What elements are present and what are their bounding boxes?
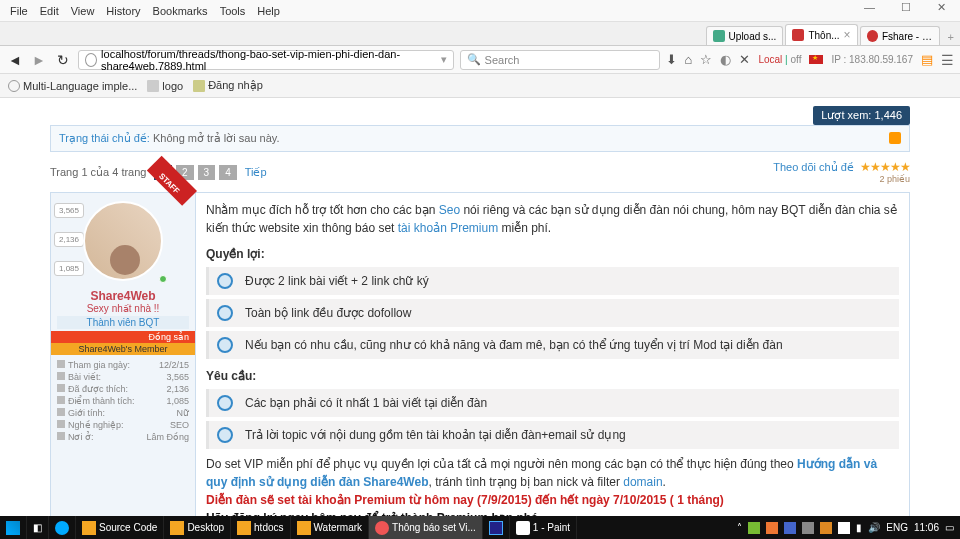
search-icon: 🔍 (467, 53, 481, 66)
task-watermark[interactable]: Watermark (291, 516, 370, 539)
flag-vn-icon (809, 55, 823, 64)
post-body: Nhằm mục đích hỗ trợ tốt hơn cho các bạn… (196, 193, 909, 516)
tab-close-icon[interactable]: × (844, 28, 851, 42)
page-next[interactable]: Tiếp (245, 166, 267, 179)
page-content: Lượt xem: 1,446 Trạng thái chủ đề: Không… (0, 98, 960, 516)
dropdown-icon[interactable]: ▾ (441, 53, 447, 66)
task-desktop[interactable]: Desktop (164, 516, 231, 539)
address-bar[interactable]: localhost/forum/threads/thong-bao-set-vi… (78, 50, 454, 70)
tray-chevron-icon[interactable]: ˄ (737, 522, 742, 533)
seo-link[interactable]: Seo (439, 203, 460, 217)
edge-button[interactable] (49, 516, 76, 539)
language-indicator[interactable]: ENG (886, 522, 908, 533)
menu-view[interactable]: View (65, 5, 101, 17)
photoshop-icon (489, 521, 503, 535)
tray-icon[interactable] (784, 522, 796, 534)
paint-icon (516, 521, 530, 535)
taskview-button[interactable]: ◧ (27, 516, 49, 539)
bookmark-logo[interactable]: logo (147, 80, 183, 92)
notifications-icon[interactable]: ▭ (945, 522, 954, 533)
window-maximize-icon[interactable]: ☐ (895, 1, 917, 14)
pocket-icon[interactable]: ◐ (720, 52, 731, 67)
bookmark-multilang[interactable]: Multi-Language imple... (8, 80, 137, 92)
online-indicator-icon (159, 275, 167, 283)
menu-tools[interactable]: Tools (214, 5, 252, 17)
menu-file[interactable]: File (4, 5, 34, 17)
tray-icon[interactable] (802, 522, 814, 534)
warning-icon (889, 132, 901, 144)
menu-bookmarks[interactable]: Bookmarks (147, 5, 214, 17)
page-3[interactable]: 3 (198, 165, 216, 180)
task-paint[interactable]: 1 - Paint (510, 516, 577, 539)
firefox-icon (375, 521, 389, 535)
folder-icon (170, 521, 184, 535)
clock[interactable]: 11:06 (914, 522, 939, 533)
upload-favicon-icon (713, 30, 725, 42)
menu-edit[interactable]: Edit (34, 5, 65, 17)
hamburger-menu-icon[interactable]: ☰ (941, 52, 954, 68)
benefit-row: Nếu bạn có nhu cầu, cũng như có khả năng… (206, 331, 899, 359)
browser-tabs: Upload s... Thôn...× Fshare - F... + (0, 22, 960, 46)
follow-thread-link[interactable]: Theo dõi chủ đề (773, 161, 854, 173)
tray-network-icon[interactable]: ▮ (856, 522, 862, 533)
cross-icon[interactable]: ✕ (739, 52, 750, 67)
task-sourcecode[interactable]: Source Code (76, 516, 164, 539)
menu-history[interactable]: History (100, 5, 146, 17)
tab-upload[interactable]: Upload s... (706, 26, 784, 45)
benefit-row: Toàn bộ link đều được dofollow (206, 299, 899, 327)
window-close-icon[interactable]: ✕ (931, 1, 952, 14)
rating-stars[interactable]: ★★★★★ (860, 160, 910, 174)
doc-icon (147, 80, 159, 92)
tray-icon[interactable] (838, 522, 850, 534)
tray-icon[interactable] (820, 522, 832, 534)
url-text: localhost/forum/threads/thong-bao-set-vi… (101, 48, 441, 72)
page-4[interactable]: 4 (219, 165, 237, 180)
ip-text: IP : 183.80.59.167 (831, 54, 913, 65)
user-title: Sexy nhất nhà !! (51, 303, 195, 314)
start-button[interactable] (0, 516, 27, 539)
home-icon[interactable]: ⌂ (685, 52, 693, 67)
task-htdocs[interactable]: htdocs (231, 516, 290, 539)
tab-fshare[interactable]: Fshare - F... (860, 26, 940, 45)
key-icon (193, 80, 205, 92)
bookmarks-toolbar: Multi-Language imple... logo Đăng nhập (0, 74, 960, 98)
globe-icon (8, 80, 20, 92)
username[interactable]: Share4Web (51, 289, 195, 303)
menu-help[interactable]: Help (251, 5, 286, 17)
tab-thon[interactable]: Thôn...× (785, 24, 857, 45)
back-button[interactable]: ◄ (6, 51, 24, 69)
avatar[interactable] (83, 201, 163, 281)
bullet-icon (217, 337, 233, 353)
thon-favicon-icon (792, 29, 804, 41)
menu-bar: File Edit View History Bookmarks Tools H… (0, 0, 960, 22)
search-bar[interactable]: 🔍 Search (460, 50, 660, 70)
bullet-icon (217, 273, 233, 289)
folder-icon (82, 521, 96, 535)
benefits-heading: Quyền lợi: (206, 245, 899, 263)
search-placeholder: Search (485, 54, 520, 66)
rss-icon[interactable]: ▤ (921, 52, 933, 67)
taskview-icon: ◧ (33, 522, 42, 533)
tray-volume-icon[interactable]: 🔊 (868, 522, 880, 533)
task-firefox[interactable]: Thông báo set Vi... (369, 516, 483, 539)
download-icon[interactable]: ⬇ (666, 52, 677, 67)
red-bar: Đồng sản (51, 331, 195, 343)
point-1: 3,565 (54, 203, 84, 218)
user-badge: Thành viên BQT (57, 316, 189, 329)
new-tab-button[interactable]: + (942, 29, 960, 45)
tray-icon[interactable] (748, 522, 760, 534)
vote-count: 2 phiếu (773, 174, 910, 184)
window-minimize-icon[interactable]: — (858, 1, 881, 14)
premium-link[interactable]: tài khoản Premium (398, 221, 498, 235)
task-photoshop[interactable] (483, 516, 510, 539)
forward-button[interactable]: ► (30, 51, 48, 69)
bookmark-login[interactable]: Đăng nhập (193, 79, 263, 92)
windows-icon (6, 521, 20, 535)
star-icon[interactable]: ☆ (700, 52, 712, 67)
point-2: 2,136 (54, 232, 84, 247)
req-row: Trả lời topic với nội dung gồm tên tài k… (206, 421, 899, 449)
reload-button[interactable]: ↻ (54, 51, 72, 69)
forum-post: STAFF 3,565 2,136 1,085 Share4Web Sexy n… (50, 192, 910, 516)
tray-icon[interactable] (766, 522, 778, 534)
url-bar: ◄ ► ↻ localhost/forum/threads/thong-bao-… (0, 46, 960, 74)
